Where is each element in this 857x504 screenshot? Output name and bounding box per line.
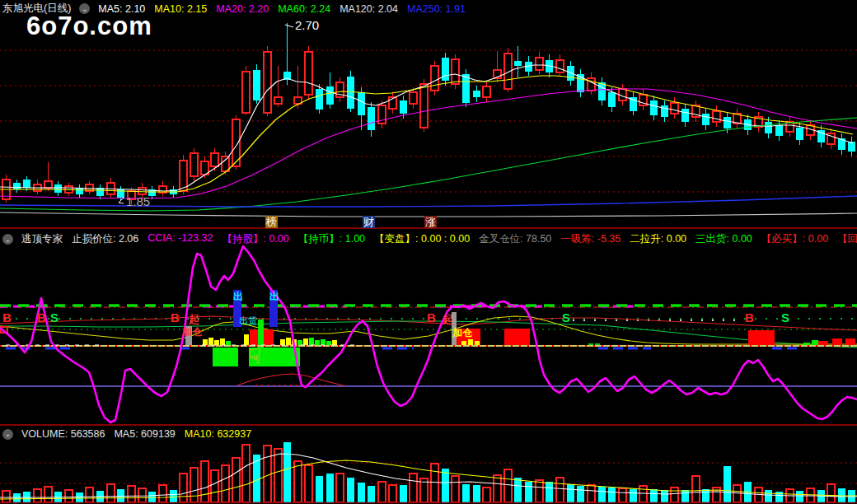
stock-app-window: 2.701.85BBSBBSBS起加仓起加仓出出出货☟ 东旭光电(日线) ⌄ M… — [0, 0, 857, 504]
header-item: 【持股】: 0.00 — [222, 232, 289, 246]
volume-panel-header: ⌄ VOLUME: 563586MA5: 609139MA10: 632937 — [2, 428, 857, 440]
header-item: VOLUME: 563586 — [21, 428, 105, 440]
svg-text:B: B — [171, 310, 180, 324]
header-item: 二拉升: 0.00 — [630, 232, 686, 246]
header-item: MA10: 632937 — [185, 428, 251, 440]
svg-text:B: B — [37, 310, 46, 324]
header-item: MA120: 2.04 — [340, 3, 398, 15]
svg-text:S: S — [781, 310, 789, 324]
watermark-char: 涨 — [424, 216, 437, 228]
header-item: 【持币】: 1.00 — [298, 232, 365, 246]
watermark-char: 财 — [363, 216, 375, 228]
svg-text:B: B — [2, 310, 12, 324]
collapse-chevron-icon[interactable]: ⌄ — [2, 234, 13, 245]
svg-text:1.85: 1.85 — [126, 194, 150, 208]
svg-text:☟: ☟ — [248, 344, 261, 369]
svg-text:出: 出 — [233, 291, 243, 302]
header-item: 【变盘】: 0.00 : 0.00 — [374, 232, 470, 246]
svg-text:出: 出 — [269, 291, 279, 302]
ma-legend: MA5: 2.10MA10: 2.15MA20: 2.20MA60: 2.24M… — [98, 3, 466, 15]
volume-legend: VOLUME: 563586MA5: 609139MA10: 632937 — [21, 428, 251, 440]
header-item: MA250: 1.91 — [407, 3, 466, 15]
header-item: 【回抽】: 0.00 — [837, 232, 857, 246]
header-item: MA20: 2.20 — [216, 3, 269, 15]
watermark-char: 榜 — [265, 216, 278, 228]
header-item: 三出货: 0.00 — [695, 232, 752, 246]
header-item: 止损价位: 2.06 — [72, 232, 138, 246]
svg-text:出货: 出货 — [239, 315, 257, 325]
header-item: MA10: 2.15 — [154, 3, 207, 15]
svg-text:加仓: 加仓 — [452, 327, 473, 338]
watermark-logo: 6o7o.com — [26, 12, 152, 41]
svg-text:S: S — [50, 310, 59, 324]
svg-text:加仓: 加仓 — [181, 326, 203, 338]
collapse-chevron-icon[interactable]: ⌄ — [2, 429, 13, 440]
header-item: 金叉仓位: 78.50 — [479, 232, 551, 246]
svg-text:起: 起 — [442, 313, 453, 325]
header-item: MA5: 609139 — [114, 428, 175, 440]
svg-text:S: S — [562, 310, 570, 324]
header-item: 【必买】: 0.00 — [761, 232, 828, 246]
header-item: 逃顶专家 — [21, 232, 63, 246]
svg-text:2.70: 2.70 — [295, 18, 319, 32]
svg-text:起: 起 — [188, 313, 199, 325]
header-item: 一吸筹: -5.35 — [560, 232, 621, 246]
svg-text:B: B — [427, 310, 436, 324]
header-item: CCIA: -123.32 — [148, 232, 213, 246]
header-item: MA60: 2.24 — [278, 3, 330, 15]
indicator-panel-header: ⌄ 逃顶专家止损价位: 2.06CCIA: -123.32【持股】: 0.00【… — [2, 232, 857, 246]
svg-text:B: B — [745, 310, 754, 324]
indicator-legend: 逃顶专家止损价位: 2.06CCIA: -123.32【持股】: 0.00【持币… — [21, 232, 857, 246]
